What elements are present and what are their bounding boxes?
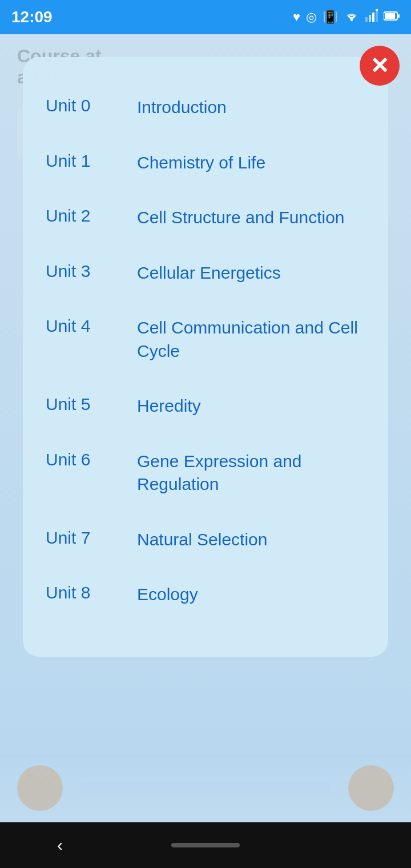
svg-rect-9 (398, 14, 400, 18)
unit-number-2: Unit 2 (46, 206, 137, 226)
bottom-nav-bar: ‹ (0, 822, 411, 868)
unit-row-8[interactable]: Unit 8Ecology (40, 567, 371, 622)
unit-row-5[interactable]: Unit 5Heredity (40, 379, 371, 434)
unit-row-0[interactable]: Unit 0Introduction (40, 80, 371, 135)
status-time: 12:09 (11, 8, 53, 26)
unit-number-3: Unit 3 (46, 262, 137, 281)
svg-point-0 (350, 19, 353, 21)
unit-title-5: Heredity (137, 395, 365, 418)
unit-title-2: Cell Structure and Function (137, 206, 365, 230)
svg-rect-3 (372, 13, 374, 22)
unit-title-0: Introduction (137, 96, 365, 119)
unit-title-7: Natural Selection (137, 528, 365, 552)
unit-row-6[interactable]: Unit 6Gene Expression and Regulation (40, 434, 371, 512)
unit-number-1: Unit 1 (46, 151, 137, 171)
unit-row-1[interactable]: Unit 1Chemistry of Life (40, 135, 371, 191)
heart-icon: ♥ (293, 10, 300, 25)
back-button[interactable]: ‹ (57, 835, 63, 855)
unit-title-1: Chemistry of Life (137, 151, 365, 175)
vibrate-icon: 📳 (323, 10, 338, 25)
unit-row-2[interactable]: Unit 2Cell Structure and Function (40, 190, 371, 246)
unit-number-6: Unit 6 (46, 450, 137, 469)
unit-row-3[interactable]: Unit 3Cellular Energetics (40, 246, 371, 301)
home-pill[interactable] (171, 843, 240, 847)
unit-number-5: Unit 5 (46, 395, 137, 414)
circle-icon: ◎ (306, 10, 317, 25)
unit-row-7[interactable]: Unit 7Natural Selection (40, 512, 371, 568)
svg-rect-8 (385, 13, 395, 19)
signal-icon (365, 9, 378, 25)
unit-title-4: Cell Communication and Cell Cycle (137, 316, 365, 363)
unit-number-0: Unit 0 (46, 96, 137, 115)
close-button[interactable]: ✕ (360, 46, 400, 86)
unit-row-4[interactable]: Unit 4Cell Communication and Cell Cycle (40, 300, 371, 379)
unit-list: Unit 0IntroductionUnit 1Chemistry of Lif… (40, 80, 371, 622)
wifi-icon (344, 9, 360, 25)
battery-icon (384, 10, 400, 25)
svg-rect-1 (365, 17, 368, 22)
unit-number-7: Unit 7 (46, 528, 137, 548)
unit-title-6: Gene Expression and Regulation (137, 450, 365, 496)
unit-title-8: Ecology (137, 583, 365, 606)
status-icons: ♥ ◎ 📳 (293, 9, 400, 25)
unit-number-8: Unit 8 (46, 583, 137, 602)
status-bar: 12:09 ♥ ◎ 📳 (0, 0, 411, 34)
unit-number-4: Unit 4 (46, 316, 137, 336)
close-icon: ✕ (370, 54, 389, 77)
svg-rect-2 (369, 15, 371, 22)
unit-title-3: Cellular Energetics (137, 262, 365, 285)
unit-menu-modal: ✕ Unit 0IntroductionUnit 1Chemistry of L… (23, 57, 388, 657)
